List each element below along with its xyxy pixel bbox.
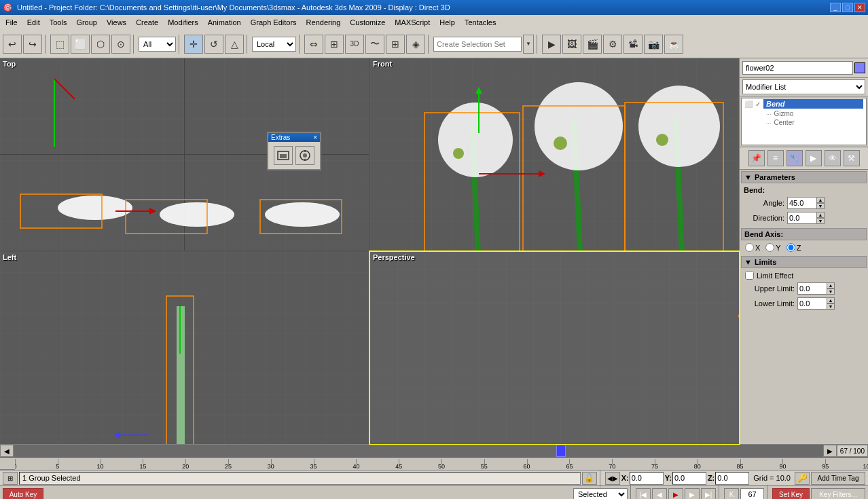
coord-select[interactable]: Local World Screen bbox=[252, 37, 296, 52]
menu-tentacles[interactable]: Tentacles bbox=[460, 17, 500, 28]
select-rotate-button[interactable]: ↺ bbox=[204, 35, 223, 54]
prev-frame-button[interactable]: ◀ bbox=[652, 488, 667, 500]
menu-modifiers[interactable]: Modifiers bbox=[164, 17, 202, 28]
create-selection-input[interactable] bbox=[433, 37, 522, 52]
select-object-button[interactable]: ⬚ bbox=[50, 35, 69, 54]
reactor-button[interactable]: ☕ bbox=[664, 35, 683, 54]
pin-icon[interactable]: 📌 bbox=[748, 150, 765, 166]
direction-up-button[interactable]: ▲ bbox=[816, 212, 825, 218]
maximize-button[interactable]: □ bbox=[842, 3, 853, 12]
set-key-button[interactable]: Set Key bbox=[772, 488, 810, 500]
mirror-button[interactable]: ⇔ bbox=[304, 35, 323, 54]
render-button[interactable]: 🖼 bbox=[562, 35, 581, 54]
quick-render-button[interactable]: 🎬 bbox=[583, 35, 602, 54]
next-frame-button[interactable]: ▶ bbox=[685, 488, 700, 500]
close-button[interactable]: ✕ bbox=[854, 3, 865, 12]
select-lasso-button[interactable]: ⊙ bbox=[111, 35, 130, 54]
create-sel-dropdown[interactable]: ▼ bbox=[523, 35, 534, 54]
upper-limit-input[interactable] bbox=[799, 284, 827, 293]
timeline-prev-button[interactable]: ◀ bbox=[0, 445, 14, 457]
params-header[interactable]: ▼ Parameters bbox=[741, 171, 867, 183]
add-time-tag-button[interactable]: Add Time Tag bbox=[811, 472, 865, 485]
viewport-perspective[interactable]: Z Perspective bbox=[370, 252, 739, 444]
axis-z-radio[interactable] bbox=[786, 243, 795, 252]
lower-limit-down-button[interactable]: ▼ bbox=[827, 303, 835, 310]
object-color-swatch[interactable] bbox=[854, 62, 865, 73]
select-move-button[interactable]: ✛ bbox=[184, 35, 203, 54]
render-settings-button[interactable]: ⚙ bbox=[603, 35, 622, 54]
minimize-button[interactable]: _ bbox=[830, 3, 841, 12]
key-mode-button[interactable]: K bbox=[724, 488, 739, 500]
stack-center-item[interactable]: ··· Center bbox=[753, 118, 866, 127]
timeline-next-button[interactable]: ▶ bbox=[823, 445, 837, 457]
key-icon[interactable]: 🔑 bbox=[795, 472, 810, 485]
menu-views[interactable]: Views bbox=[103, 17, 130, 28]
x-input[interactable]: 0.0 bbox=[630, 472, 664, 485]
stack-gizmo-item[interactable]: ··· Gizmo bbox=[753, 109, 866, 118]
auto-key-button[interactable]: Auto Key bbox=[3, 488, 43, 500]
extras-close-button[interactable]: × bbox=[313, 134, 317, 141]
select-scale-button[interactable]: △ bbox=[225, 35, 244, 54]
schematic-button[interactable]: ⊞ bbox=[386, 35, 405, 54]
key-filters-button[interactable]: Key Filters... bbox=[811, 488, 865, 500]
goto-start-button[interactable]: |◀ bbox=[636, 488, 651, 500]
status-icon-button[interactable]: ⊞ bbox=[3, 472, 18, 485]
frame-input[interactable] bbox=[740, 488, 764, 500]
modifier-icon[interactable]: 🔧 bbox=[786, 150, 803, 166]
menu-file[interactable]: File bbox=[1, 17, 22, 28]
angle-up-button[interactable]: ▲ bbox=[816, 197, 825, 203]
play-button[interactable]: ▶ bbox=[542, 35, 561, 54]
hierarchy-icon[interactable]: ≡ bbox=[767, 150, 784, 166]
menu-edit[interactable]: Edit bbox=[23, 17, 44, 28]
angle-input[interactable] bbox=[789, 199, 816, 207]
align-button[interactable]: ⊞ bbox=[325, 35, 344, 54]
upper-limit-down-button[interactable]: ▼ bbox=[827, 289, 835, 295]
lock-button[interactable]: 🔓 bbox=[582, 472, 597, 485]
limits-header[interactable]: ▼ Limits bbox=[741, 256, 867, 268]
viewport-left[interactable]: Z X Left bbox=[0, 252, 369, 444]
menu-help[interactable]: Help bbox=[435, 17, 459, 28]
menu-group[interactable]: Group bbox=[72, 17, 101, 28]
layer-button[interactable]: 3D bbox=[345, 35, 364, 54]
extras-btn-2[interactable] bbox=[295, 146, 314, 165]
bend-axis-header[interactable]: Bend Axis: bbox=[741, 228, 867, 240]
menu-maxscript[interactable]: MAXScript bbox=[391, 17, 434, 28]
play-anim-button[interactable]: ▶ bbox=[668, 488, 683, 500]
menu-rendering[interactable]: Rendering bbox=[302, 17, 345, 28]
axis-y-radio[interactable] bbox=[765, 243, 774, 252]
menu-animation[interactable]: Animation bbox=[204, 17, 245, 28]
timeline-marker[interactable] bbox=[556, 445, 566, 457]
goto-end-button[interactable]: ▶| bbox=[701, 488, 716, 500]
extras-title-bar[interactable]: Extras × bbox=[268, 133, 320, 142]
menu-graph-editors[interactable]: Graph Editors bbox=[247, 17, 301, 28]
menu-create[interactable]: Create bbox=[132, 17, 162, 28]
media-button[interactable]: 📽 bbox=[623, 35, 643, 54]
select-region-button[interactable]: ⬜ bbox=[71, 35, 90, 54]
object-name-input[interactable] bbox=[742, 61, 853, 75]
limit-effect-checkbox[interactable] bbox=[745, 271, 754, 280]
curve-editor-button[interactable]: 〜 bbox=[365, 35, 384, 54]
utilities-icon[interactable]: ⚒ bbox=[844, 150, 860, 166]
y-input[interactable]: 0.0 bbox=[672, 472, 706, 485]
redo-button[interactable]: ↪ bbox=[23, 35, 42, 54]
grab-button[interactable]: 📷 bbox=[644, 35, 663, 54]
modifier-list-select[interactable]: Modifier List bbox=[742, 79, 865, 94]
menu-tools[interactable]: Tools bbox=[46, 17, 71, 28]
z-input[interactable]: 0.0 bbox=[715, 472, 749, 485]
direction-input[interactable] bbox=[789, 214, 816, 222]
angle-down-button[interactable]: ▼ bbox=[816, 203, 825, 209]
selected-dropdown[interactable]: Selected bbox=[573, 488, 628, 500]
frame-ruler-track[interactable]: 0510152025303540455055606570758085909510… bbox=[15, 458, 868, 470]
lower-limit-input[interactable] bbox=[799, 299, 827, 308]
direction-down-button[interactable]: ▼ bbox=[816, 218, 825, 224]
select-window-button[interactable]: ⬡ bbox=[91, 35, 110, 54]
stack-bend-item[interactable]: Bend bbox=[763, 99, 863, 109]
axis-x-radio[interactable] bbox=[745, 243, 754, 252]
menu-customize[interactable]: Customize bbox=[346, 17, 389, 28]
timeline-bar[interactable] bbox=[14, 445, 823, 457]
status-expand-button[interactable]: ◀▶ bbox=[605, 472, 620, 485]
lower-limit-up-button[interactable]: ▲ bbox=[827, 297, 835, 303]
viewport-front[interactable]: Z Z Front bbox=[370, 58, 739, 251]
display-icon[interactable]: 👁 bbox=[825, 150, 841, 166]
extras-btn-1[interactable] bbox=[274, 146, 293, 165]
